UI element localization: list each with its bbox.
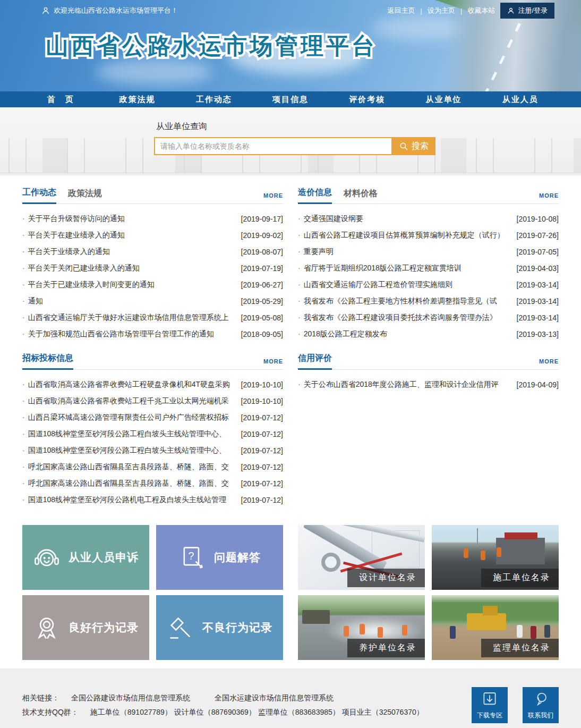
news-title-link[interactable]: 山西省公路工程建设项目估算概算预算编制补充规定（试行） [298,231,514,240]
search-button[interactable]: 搜索 [392,137,435,155]
qq-support-label: 技术支持QQ群： [22,708,79,717]
maintenance-units-directory[interactable]: 养护单位名录 [298,595,425,660]
tab-material-price[interactable]: 材料价格 [344,188,378,204]
nav-item-home[interactable]: 首 页 [22,91,99,107]
news-title-link[interactable]: 山西省交通运输厅公路工程造价管理实施细则 [298,280,514,290]
tab-work-news[interactable]: 工作动态 [22,187,56,204]
footer: 相关链接： 全国公路建设市场信用信息管理系统 全国水运建设市场信用信息管理系统 … [0,668,581,728]
download-icon [481,690,499,708]
news-title-link[interactable]: 关于平台升级暂停访问的通知 [22,214,238,224]
more-link-cost[interactable]: MORE [539,192,559,204]
photo-caption: 养护单位名录 [347,639,425,657]
news-date: [2019-10-10] [241,380,283,389]
quick-link-tiles: 从业人员申诉 ? 问题解答 良好行为记录 [22,525,283,660]
news-title-link[interactable]: 呼北国家高速公路山西省隰县至吉县段路基、桥隧、路面、交 [22,462,238,472]
contact-us-button[interactable]: 联系我们 [523,687,559,723]
svg-text:?: ? [188,550,194,562]
national-waterway-credit-link[interactable]: 全国水运建设市场信用信息管理系统 [215,693,334,703]
paver-machine-graphic [496,538,545,564]
construction-units-directory[interactable]: 施工单位名录 [432,525,559,590]
nav-item-policy[interactable]: 政策法规 [99,91,175,107]
news-title-link[interactable]: 我省发布《公路工程建设项目委托技术咨询服务管理办法》 [298,313,514,323]
news-title-link[interactable]: 2018版公路工程定额发布 [298,329,514,339]
loader-machine-graphic [467,613,506,630]
news-item: 平台关于业绩录入的通知 [2019-08-07] [22,243,283,260]
news-title-link[interactable]: 平台关于在建业绩录入的通知 [22,231,238,240]
news-item: 国道108线神堂堡至砂河段公路工程白坡头主线站管理中心、 [2019-07-12… [22,442,283,459]
news-title-link[interactable]: 山西省交通运输厅关于做好水运建设市场信用信息管理系统上 [22,313,238,323]
photo-caption: 施工单位名录 [481,569,559,587]
news-title-link[interactable]: 我省发布《公路工程主要地方性材料价差调整指导意见（试 [298,297,514,306]
return-home-link[interactable]: 返回主页 [388,6,415,15]
tile-practitioner-appeal[interactable]: 从业人员申诉 [22,525,149,590]
tile-question-answers[interactable]: ? 问题解答 [156,525,283,590]
light-pole-graphic [477,528,478,547]
register-login-button[interactable]: 注册/登录 [500,3,554,19]
news-date: [2019-09-17] [241,215,283,223]
news-title-link[interactable]: 呼北国家高速公路山西省隰县至吉县段路基、桥隧、路面、交 [22,479,238,488]
news-item: 山西省公路工程建设项目估算概算预算编制补充规定（试行） [2019-07-26] [298,227,559,243]
news-title-link[interactable]: 国道108线神堂堡至砂河段公路机电工程及白坡头主线站管理 [22,495,238,505]
news-title-link[interactable]: 省厅将于近期组织2018版公路工程定额宣贯培训 [298,264,514,273]
tile-good-behavior-records[interactable]: 良好行为记录 [22,595,149,660]
news-title-link[interactable]: 重要声明 [298,247,514,257]
news-date: [2019-03-14] [517,297,559,306]
news-title-link[interactable]: 平台关于业绩录入的通知 [22,247,238,257]
more-link-credit[interactable]: MORE [539,358,559,369]
news-title-link[interactable]: 山西吕梁环城高速公路管理有限责任公司户外广告经营权招标 [22,413,238,422]
news-date: [2019-07-26] [517,231,559,240]
design-units-directory[interactable]: 设计单位名录 [298,525,425,590]
site-title: 山西省公路水运市场管理平台 山西省公路水运市场管理平台 [46,31,377,62]
cost-news-section: 造价信息 材料价格 MORE 交通强国建设纲要 [2019-10-08] 山西省… [298,186,559,345]
news-title-link[interactable]: 山西省取消高速公路省界收费站工程千兆工业以太网光端机采 [22,396,238,406]
news-item: 关于加强和规范山西省公路市场管理平台管理工作的通知 [2018-09-05] [22,326,283,342]
news-title-link[interactable]: 国道108线神堂堡至砂河段公路工程白坡头主线站管理中心、 [22,429,238,439]
news-item: 交通强国建设纲要 [2019-10-08] [298,210,559,227]
section-title-credit[interactable]: 信用评价 [298,353,332,370]
nav-item-work-news[interactable]: 工作动态 [176,91,252,107]
tab-cost-info[interactable]: 造价信息 [298,187,332,204]
nav-item-project-info[interactable]: 项目信息 [252,91,329,107]
person-graphic [450,626,456,639]
news-date: [2019-08-07] [241,248,283,256]
qq-groups-text: 施工单位（891027789） 设计单位（887690369） 监理单位（883… [90,708,424,717]
nav-item-practitioners[interactable]: 从业人员 [482,91,559,107]
news-item: 平台关于在建业绩录入的通知 [2019-09-02] [22,227,283,243]
news-title-link[interactable]: 山西省取消高速公路省界收费站工程硬盘录像机和4T硬盘采购 [22,380,238,390]
footer-buttons: 下载专区 联系我们 [472,687,559,723]
tile-bad-behavior-records[interactable]: 不良行为记录 [156,595,283,660]
work-news-list: 关于平台升级暂停访问的通知 [2019-09-17] 平台关于在建业绩录入的通知… [22,204,283,345]
topbar-links: 返回主页 | 设为主页 | 收藏本站 注册/登录 [388,3,554,19]
tile-label: 问题解答 [214,550,261,565]
news-title-link[interactable]: 平台关于已建业绩录入时间变更的通知 [22,280,238,290]
news-date: [2019-07-12] [241,463,283,471]
news-title-link[interactable]: 通知 [22,297,238,306]
news-item: 2018版公路工程定额发布 [2019-03-13] [298,326,559,342]
worker-graphic [464,548,468,558]
more-link-bid[interactable]: MORE [263,358,283,369]
news-title-link[interactable]: 交通强国建设纲要 [298,214,514,224]
credit-news-section: 信用评价 MORE 关于公布山西省2018年度公路施工、监理和设计企业信用评 [… [298,352,559,511]
news-title-link[interactable]: 关于公布山西省2018年度公路施工、监理和设计企业信用评 [298,380,514,390]
supervision-units-directory[interactable]: 监理单位名录 [432,595,559,660]
more-link-work[interactable]: MORE [263,192,283,204]
cost-news-list: 交通强国建设纲要 [2019-10-08] 山西省公路工程建设项目估算概算预算编… [298,204,559,345]
section-title-bid[interactable]: 招标投标信息 [22,353,73,370]
set-home-link[interactable]: 设为主页 [428,6,455,15]
paver-machine-graphic [505,532,537,539]
news-title-link[interactable]: 平台关于关闭已建业绩录入的通知 [22,264,238,273]
news-item: 山西省交通运输厅关于做好水运建设市场信用信息管理系统上 [2019-05-08] [22,309,283,326]
download-zone-button[interactable]: 下载专区 [472,687,508,723]
main-content: 工作动态 政策法规 MORE 关于平台升级暂停访问的通知 [2019-09-17… [22,186,559,660]
news-title-link[interactable]: 关于加强和规范山西省公路市场管理平台管理工作的通知 [22,329,238,339]
tab-policy[interactable]: 政策法规 [68,188,102,204]
news-title-link[interactable]: 国道108线神堂堡至砂河段公路工程白坡头主线站管理中心、 [22,446,238,455]
favorite-link[interactable]: 收藏本站 [467,6,495,15]
search-input[interactable] [154,137,392,155]
nav-item-evaluation[interactable]: 评价考核 [329,91,405,107]
national-highway-credit-link[interactable]: 全国公路建设市场信用信息管理系统 [71,693,190,703]
news-date: [2019-07-05] [517,248,559,256]
news-date: [2019-07-12] [241,430,283,438]
tile-label: 从业人员申诉 [69,550,139,565]
nav-item-enterprises[interactable]: 从业单位 [405,91,482,107]
